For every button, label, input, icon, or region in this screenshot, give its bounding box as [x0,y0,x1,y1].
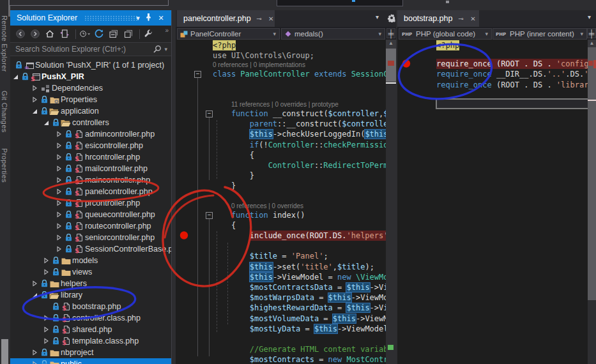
code-line[interactable]: use UI\Controls\Group; [176,50,386,61]
pin-icon[interactable]: ⊸ [256,15,263,22]
code-editor-bootstrap[interactable]: <?phprequire_once (ROOT . DS . 'config.r… [397,40,588,364]
code-line[interactable]: { [176,220,386,231]
chevron-down-icon[interactable]: ▾ [133,13,143,23]
side-tab-remote-explorer[interactable]: Remote Explorer [1,15,8,72]
code-line[interactable]: $mostLyData = $this->ViewModel [176,324,386,334]
search-icon[interactable] [153,45,162,54]
fold-collapse-icon[interactable]: − [206,212,213,219]
tree-item-public[interactable]: public [10,358,171,364]
expander-closed-icon[interactable] [54,188,64,195]
tab-bootstrap-php[interactable]: bootstrap.php ⊸ ✕ [397,10,479,27]
tree-item-controller-class-php[interactable]: $controller.class.php [10,312,171,324]
tree-item-properties[interactable]: Properties [10,94,171,105]
forward-icon[interactable] [30,29,42,39]
code-line[interactable]: require_once (ROOT . DS . 'config. [397,59,588,69]
code-line[interactable]: $this->checkUserLoggedIn($this [176,129,386,139]
scrollbar-left-editor[interactable]: ▲ [386,40,396,364]
side-tab-git-changes[interactable]: Git Changes [1,91,8,133]
tree-item-models[interactable]: models [10,255,171,266]
expander-open-icon[interactable] [41,119,51,126]
expander-closed-icon[interactable] [54,246,64,252]
drag-grip-dots[interactable] [84,15,138,21]
code-line[interactable]: if(!Controller::checkPermissio [176,140,386,150]
pin-icon[interactable]: ⊸ [457,15,464,22]
side-tab-properties[interactable]: Properties [1,148,8,183]
refresh-icon[interactable] [94,29,105,39]
tree-item-queuecontroller-php[interactable]: $queuecontroller.php [10,209,171,220]
tab-panelcontroller-php[interactable]: panelcontroller.php ⊸ ✕ [177,10,275,27]
expander-closed-icon[interactable] [54,154,64,160]
expander-closed-icon[interactable] [29,280,40,287]
expander-closed-icon[interactable] [41,338,51,344]
code-line[interactable]: require_once __DIR__.DS.'..'.DS.'v [397,69,588,79]
code-line[interactable]: class PanelController extends SessionC− [176,69,386,79]
code-line[interactable]: $this->ViewModel = new \ViewMo [176,272,386,282]
tree-item-application[interactable]: application [10,105,171,117]
show-all-files-icon[interactable] [123,29,135,39]
codelens-indicator[interactable]: 0 references | 0 implementations [176,61,386,69]
expander-closed-icon[interactable] [29,361,40,364]
type-dropdown[interactable]: PHP PHP (global code) ▾ [399,28,492,40]
split-editor-icon[interactable]: ╪ [587,28,596,38]
solution-explorer-titlebar[interactable]: Solution Explorer ▾ ✕ [10,10,171,26]
code-line[interactable]: parent::__construct($controlle [176,119,386,129]
code-line[interactable]: $title = 'Panel'; [176,251,386,261]
collapsed-region-box[interactable] [397,98,588,108]
close-icon[interactable]: ✕ [267,15,275,22]
member-dropdown[interactable]: medals() ▾ [281,28,385,40]
tree-item-esicontroller-php[interactable]: $esicontroller.php [10,140,171,151]
codelens-indicator[interactable]: 11 references | 0 overrides | prototype [176,100,386,109]
split-editor-icon[interactable]: ╪ [386,28,395,38]
scroll-up-icon[interactable]: ▲ [588,40,596,47]
code-line[interactable]: require_once (ROOT . DS . 'library [397,80,588,90]
code-line[interactable]: $mostWarpsData = $this->ViewMo [176,292,386,303]
scroll-track[interactable] [386,84,396,364]
expander-open-icon[interactable] [29,292,40,298]
tree-item-mailcontroller-php[interactable]: $mailcontroller.php [10,163,171,174]
chevron-down-icon[interactable]: ▾ [376,13,379,20]
close-icon[interactable]: ✕ [469,15,477,22]
pending-filter-icon[interactable] [79,29,91,39]
code-line[interactable]: <?php [397,40,588,50]
expander-closed-icon[interactable] [41,315,51,321]
back-icon[interactable] [15,29,27,39]
fold-collapse-icon[interactable]: − [194,71,201,78]
fold-collapse-icon[interactable]: − [206,110,213,118]
close-icon[interactable]: ✕ [156,13,166,23]
code-line[interactable]: $this->set('title',$title); [176,262,386,272]
tree-item-solution-pushx-pir-1-of-1-project-[interactable]: ∞Solution 'PushX_PIR' (1 of 1 project) [10,59,171,71]
tree-item-pushx-pir[interactable]: $PushX_PIR [10,71,171,82]
code-line[interactable]: //Generate HTML content variab [176,344,386,354]
strip-scroll-thumb[interactable] [1,339,8,364]
tree-item-nbproject[interactable]: nbproject [10,347,171,358]
sync-active-document-icon[interactable] [59,29,71,39]
code-line[interactable]: $highestRewardData = $this->Vi [176,303,386,313]
scroll-thumb[interactable] [588,47,596,300]
expander-closed-icon[interactable] [29,96,40,103]
settings-wrench-icon[interactable] [143,29,155,39]
tree-item-prcontroller-php[interactable]: $prcontroller.php [10,197,171,209]
code-line[interactable]: function __construct($controller,$− [176,109,386,119]
chevron-down-icon[interactable]: ▾ [588,13,591,20]
expander-closed-icon[interactable] [54,211,64,218]
tree-item-routecontroller-php[interactable]: $routecontroller.php [10,220,171,232]
tree-item-admincontroller-php[interactable]: $admincontroller.php [10,128,171,140]
scroll-track[interactable] [588,300,596,364]
tree-item-shared-php[interactable]: $shared.php [10,324,171,335]
member-dropdown[interactable]: PHP PHP (inner content) ▾ [493,28,587,40]
expander-open-icon[interactable] [10,73,20,80]
expander-open-icon[interactable] [29,108,40,114]
expander-closed-icon[interactable] [29,85,40,91]
toolbar-overflow-icon[interactable]: » [165,27,169,34]
code-line[interactable]: Controller::RedirectToPerm [176,160,386,171]
code-line[interactable]: $mostVolumeData = $this->ViewM [176,314,386,324]
code-line[interactable]: { [176,150,386,160]
scrollbar-right-editor[interactable]: ▲ [588,40,596,364]
collapse-all-icon[interactable] [109,29,120,39]
tree-item-bootstrap-php[interactable]: $bootstrap.php [10,301,171,312]
tree-item-sessioncontrollerbase-php[interactable]: $SessionControllerBase.php [10,243,171,255]
expander-closed-icon[interactable] [41,326,51,333]
expander-closed-icon[interactable] [54,234,64,241]
type-dropdown[interactable]: PanelController ▾ [177,28,280,40]
tree-item-dependencies[interactable]: Dependencies [10,82,171,94]
